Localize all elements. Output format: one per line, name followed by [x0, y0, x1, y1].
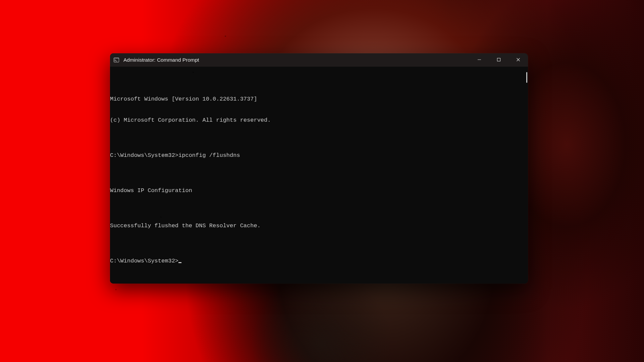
terminal-line: Successfully flushed the DNS Resolver Ca…	[110, 222, 528, 229]
desktop-wallpaper: Administrator: Command Prompt	[0, 0, 644, 362]
scrollbar-thumb[interactable]	[526, 72, 527, 83]
window-controls	[470, 53, 528, 67]
titlebar[interactable]: Administrator: Command Prompt	[110, 53, 528, 67]
command-prompt-icon	[113, 57, 119, 63]
maximize-button[interactable]	[489, 53, 508, 67]
window-title: Administrator: Command Prompt	[123, 57, 199, 63]
close-icon	[516, 57, 520, 63]
terminal-line: Microsoft Windows [Version 10.0.22631.37…	[110, 96, 528, 103]
terminal-line: Windows IP Configuration	[110, 187, 528, 194]
prompt-path: C:\Windows\System32>	[110, 258, 178, 264]
scrollbar-track[interactable]	[524, 68, 527, 282]
minimize-button[interactable]	[470, 53, 489, 67]
cursor-icon	[178, 262, 181, 263]
terminal-prompt-line: C:\Windows\System32>	[110, 257, 528, 264]
svg-rect-4	[497, 58, 500, 61]
terminal-line: C:\Windows\System32>ipconfig /flushdns	[110, 152, 528, 159]
terminal-line: (c) Microsoft Corporation. All rights re…	[110, 117, 528, 124]
svg-rect-1	[114, 58, 119, 59]
command-prompt-window: Administrator: Command Prompt	[110, 53, 528, 284]
terminal-output: Microsoft Windows [Version 10.0.22631.37…	[110, 81, 528, 279]
minimize-icon	[477, 57, 481, 63]
close-button[interactable]	[508, 53, 528, 67]
terminal-body[interactable]: Microsoft Windows [Version 10.0.22631.37…	[110, 67, 528, 284]
maximize-icon	[497, 57, 501, 63]
